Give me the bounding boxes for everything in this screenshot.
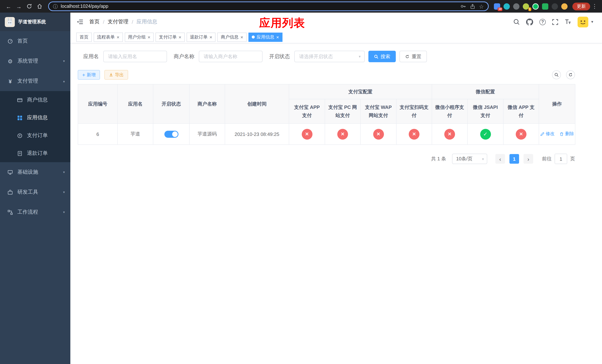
goto-page-input[interactable] [555, 154, 567, 164]
extension-icon-green-square[interactable] [542, 3, 548, 10]
export-button[interactable]: 导出 [104, 70, 128, 80]
tab-refund-orders[interactable]: 退款订单 × [187, 32, 216, 42]
forward-button[interactable]: → [14, 1, 24, 11]
reset-button[interactable]: 重置 [399, 51, 427, 62]
credit-card-icon [17, 97, 23, 103]
sidebar-toggle-icon[interactable] [76, 18, 84, 26]
address-bar[interactable]: ⓘ localhost:1024/pay/app ☆ [48, 1, 489, 11]
filter-form: 应用名 商户名称 开启状态 请选择开启状态 ▾ 搜索 [78, 51, 575, 62]
tab-process-form[interactable]: 流程表单 × [94, 32, 123, 42]
chevron-down-icon: ▾ [482, 157, 484, 161]
sidebar-item-workflow[interactable]: 工作流程 ▾ [0, 202, 70, 222]
refresh-table-button[interactable] [566, 70, 575, 79]
sidebar-item-pay-orders[interactable]: 支付订单 [0, 127, 70, 144]
sidebar-item-app-info[interactable]: 应用信息 [0, 109, 70, 127]
tab-label: 首页 [80, 34, 88, 40]
close-icon[interactable]: × [148, 35, 150, 39]
header-actions: ? ▼ [513, 16, 594, 27]
merchant-name-input[interactable] [199, 51, 262, 62]
tab-user-group[interactable]: 用户分组 × [125, 32, 154, 42]
pagination: 共 1 条 10条/页 ▾ ‹ 1 › 前往 页 [78, 154, 575, 164]
add-button[interactable]: + 新增 [78, 70, 100, 80]
sidebar: 芋道管理系统 首页 ⚙ 系统管理 ▾ ¥ 支付管理 ▴ [0, 13, 70, 364]
edit-link[interactable]: 修改 [540, 131, 554, 137]
user-avatar[interactable]: ▼ [578, 16, 594, 27]
close-icon[interactable]: × [210, 35, 212, 39]
extension-icon-yellowgreen[interactable]: 1 [523, 3, 529, 10]
home-icon [37, 3, 43, 9]
fullscreen-icon[interactable] [552, 19, 558, 25]
prev-page-button[interactable]: ‹ [495, 154, 505, 164]
extension-icon-teal[interactable] [504, 3, 510, 10]
tab-app-info[interactable]: 应用信息 × [248, 32, 282, 42]
column-header-alipay-pc: 支付宝 PC 网站支付 [325, 99, 360, 124]
status-label: 开启状态 [269, 53, 290, 60]
status-select[interactable]: 请选择开启状态 ▾ [294, 51, 365, 62]
help-icon[interactable]: ? [539, 19, 546, 25]
sidebar-item-home[interactable]: 首页 [0, 31, 70, 51]
extension-icon-blue[interactable]: 10 [494, 3, 500, 10]
back-button[interactable]: ← [4, 1, 13, 11]
delete-link[interactable]: 删除 [559, 131, 574, 137]
sidebar-item-refund-orders[interactable]: 退款订单 [0, 144, 70, 162]
cell-merchant: 芋道源码 [189, 124, 225, 145]
sidebar-item-merchant-info[interactable]: 商户信息 [0, 91, 70, 109]
font-size-icon[interactable] [565, 19, 571, 25]
search-icon[interactable] [513, 19, 520, 25]
dashboard-icon [7, 38, 13, 44]
search-button[interactable]: 搜索 [368, 51, 396, 62]
close-icon[interactable]: × [117, 35, 119, 39]
close-icon[interactable]: × [276, 35, 279, 39]
tab-label: 流程表单 [97, 34, 115, 40]
share-icon[interactable] [470, 3, 475, 9]
edit-link-label: 修改 [546, 131, 554, 137]
toggle-search-button[interactable] [552, 70, 561, 79]
cell-alipay-pc [325, 124, 360, 145]
page-size-select[interactable]: 10条/页 ▾ [452, 154, 487, 164]
cell-wechat-jsapi [467, 124, 503, 145]
tab-merchant-info[interactable]: 商户信息 × [217, 32, 247, 42]
browser-menu-kebab[interactable]: ⋮ [591, 3, 598, 10]
browser-update-button[interactable]: 更新 [572, 2, 590, 10]
enable-toggle[interactable] [164, 130, 178, 138]
home-button[interactable] [35, 1, 44, 11]
page-button-1[interactable]: 1 [509, 154, 519, 164]
sidebar-item-label: 基础设施 [17, 169, 38, 175]
sidebar-item-system[interactable]: ⚙ 系统管理 ▾ [0, 51, 70, 71]
sidebar-item-label: 首页 [17, 38, 28, 44]
password-key-icon[interactable] [460, 3, 466, 9]
breadcrumb-home[interactable]: 首页 [89, 19, 100, 25]
bookmark-star-icon[interactable]: ☆ [479, 3, 484, 9]
extension-icon-gray[interactable] [513, 3, 519, 10]
extension-icon-amber[interactable] [561, 3, 568, 10]
sidebar-item-payment[interactable]: ¥ 支付管理 ▴ [0, 71, 70, 91]
next-page-button[interactable]: › [524, 154, 533, 164]
sidebar-logo[interactable]: 芋道管理系统 [0, 13, 70, 31]
reload-button[interactable] [24, 1, 34, 11]
tab-home[interactable]: 首页 [76, 32, 92, 42]
status-check-icon [480, 129, 491, 139]
breadcrumb: 首页 / 支付管理 / 应用信息 [89, 19, 157, 25]
extension-icon-green-ring[interactable] [532, 3, 539, 10]
active-dot [252, 36, 255, 39]
close-icon[interactable]: × [178, 35, 181, 39]
sidebar-item-dev-tools[interactable]: 研发工具 ▾ [0, 182, 70, 202]
column-header-alipay-wap: 支付宝 WAP 网站支付 [360, 99, 396, 124]
goto-label: 前往 [542, 156, 552, 162]
site-info-icon[interactable]: ⓘ [53, 4, 58, 9]
app-header: 首页 / 支付管理 / 应用信息 应用列表 ? [70, 13, 602, 31]
workflow-icon [7, 209, 13, 215]
github-icon[interactable] [526, 18, 533, 25]
breadcrumb-separator: / [103, 19, 104, 25]
app-name-input[interactable] [103, 51, 167, 62]
close-icon[interactable]: × [240, 35, 243, 39]
breadcrumb-payment[interactable]: 支付管理 [108, 19, 129, 25]
status-cross-icon [516, 129, 527, 139]
tab-pay-orders[interactable]: 支付订单 × [155, 32, 184, 42]
page-size-value: 10条/页 [456, 156, 473, 162]
grid-icon [17, 115, 23, 120]
extension-icon-dark[interactable] [552, 3, 558, 10]
column-header-alipay-qr: 支付宝扫码支付 [396, 99, 432, 124]
sidebar-item-infrastructure[interactable]: 基础设施 ▾ [0, 162, 70, 182]
cell-alipay-app [289, 124, 325, 145]
